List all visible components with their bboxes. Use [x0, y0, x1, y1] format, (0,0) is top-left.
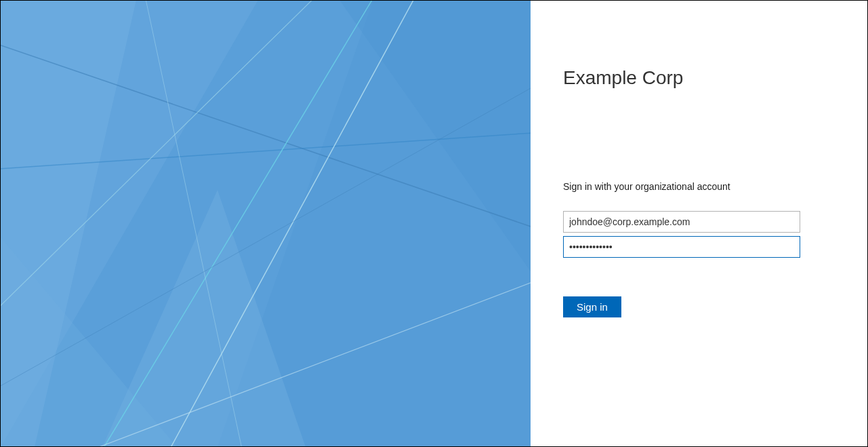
- password-input[interactable]: [563, 236, 800, 258]
- org-name: Example Corp: [563, 67, 835, 89]
- signin-button[interactable]: Sign in: [563, 296, 621, 317]
- username-input[interactable]: [563, 211, 800, 233]
- signin-panel: Example Corp Sign in with your organizat…: [531, 1, 867, 446]
- illustration-svg: [1, 1, 531, 446]
- signin-page: Example Corp Sign in with your organizat…: [1, 1, 867, 446]
- illustration-panel: [1, 1, 531, 446]
- signin-instruction: Sign in with your organizational account: [563, 181, 835, 192]
